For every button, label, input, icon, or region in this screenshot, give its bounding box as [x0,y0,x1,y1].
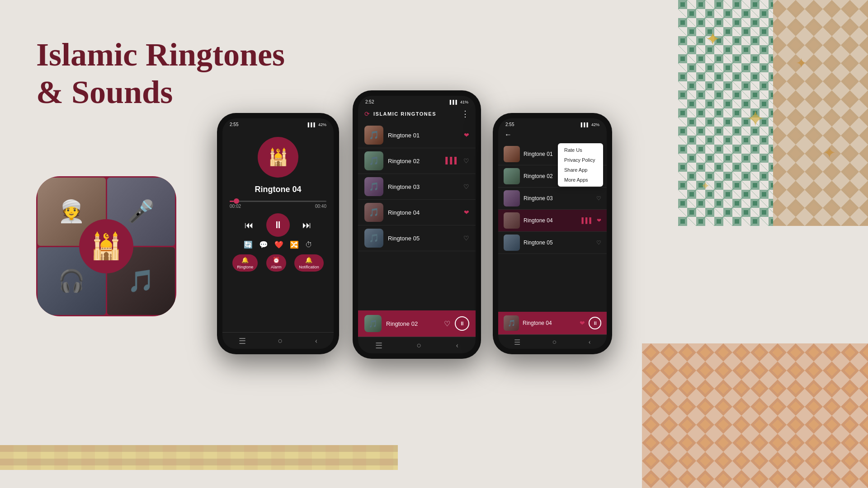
tab-ringtone[interactable]: 🔔 Ringtone [232,254,258,272]
thumb-5: 🎵 [364,229,383,248]
thumb-1: 🎵 [364,126,383,145]
app-icon: 👳 🎤 🎧 🎵 🕌 [36,176,176,316]
list-header: ⟳ ISLAMIC RINGTONES ⋮ [358,105,476,122]
phone2-battery: 41% [460,100,468,104]
menu-privacy-policy[interactable]: Privacy Policy [558,155,603,165]
phone3-nav: ☰ ○ ‹ [498,334,607,349]
nav3-home-icon[interactable]: ○ [552,338,557,347]
heart-2[interactable]: ♡ [463,157,469,165]
p3-name-5: Ringtone 05 [524,239,593,246]
svg-rect-9 [773,0,868,226]
svg-rect-23 [0,445,398,470]
menu-dots-icon[interactable]: ⋮ [461,109,469,119]
heart-button[interactable]: ❤️ [274,240,283,249]
p3-list-item-4[interactable]: Ringtone 04 ▌▌▌ ❤ [498,210,607,232]
nav3-menu-icon[interactable]: ☰ [514,338,520,347]
nav-back-icon[interactable]: ‹ [315,336,317,346]
phone3-signal: ▌▌▌ [581,122,590,127]
ringtone-list: 🎵 Ringtone 01 ❤ 🎵 Ringtone 02 ▌▌▌ ♡ 🎵 Ri… [358,122,476,310]
p3-bars-4: ▌▌▌ [581,217,593,224]
phone3-icons: ▌▌▌ 42% [581,122,599,127]
np-heart[interactable]: ♡ [444,319,450,328]
shuffle-button[interactable]: 🔀 [290,240,299,249]
phone2-time: 2:52 [365,99,374,104]
menu-share-app[interactable]: Share App [558,165,603,175]
nav2-menu-icon[interactable]: ☰ [375,341,382,351]
heart-5[interactable]: ♡ [463,235,469,242]
phone1-screen: 2:55 ▌▌▌ 42% 🕌 Ringtone 04 00:02 00:4 [222,118,334,349]
svg-text:✦: ✦ [823,144,836,162]
app-icon-center: 🕌 [79,219,133,273]
prev-button[interactable]: ⏮ [241,217,257,233]
p3-np-pause[interactable]: ⏸ [589,317,601,329]
menu-more-apps[interactable]: More Apps [558,175,603,185]
notification-label: Notification [299,265,319,269]
player-controls: ⏮ ⏸ ⏭ [241,213,315,237]
menu-rate-us[interactable]: Rate Us [558,145,603,155]
p3-thumb-5 [504,235,520,251]
p3-np-heart[interactable]: ❤ [580,319,585,327]
back-icon[interactable]: ← [505,131,512,139]
now-playing-bar: 🎵 Ringtone 02 ♡ ⏸ [358,310,476,337]
title-block: Islamic Ringtones & Sounds [36,36,285,111]
heart-3[interactable]: ♡ [463,183,469,191]
p3-heart-4[interactable]: ❤ [597,217,601,224]
time-labels: 00:02 00:40 [230,204,326,209]
p3-now-playing: 🎵 Ringtone 04 ❤ ⏸ [498,312,607,334]
thumb-4: 🎵 [364,203,383,222]
progress-bar[interactable] [230,201,326,202]
thumb-2: 🎵 [364,151,383,170]
list-item-5[interactable]: 🎵 Ringtone 05 ♡ [358,225,476,251]
list-item-1[interactable]: 🎵 Ringtone 01 ❤ [358,122,476,148]
heart-4[interactable]: ❤ [464,209,469,216]
phone2-status-bar: 2:52 ▌▌▌ 41% [358,96,476,105]
phone2-nav: ☰ ○ ‹ [358,337,476,353]
geo-pattern-top-right: ✦ ✦ ✦ ✦ ✦ [678,0,868,226]
np-play-btn[interactable]: ⏸ [455,316,469,331]
ringtone-icon: 🔔 [241,257,249,264]
svg-text:✦: ✦ [705,29,721,49]
p3-heart-3[interactable]: ♡ [596,195,601,202]
progress-track [230,201,326,202]
nav2-back-icon[interactable]: ‹ [456,341,458,351]
svg-text:✦: ✦ [746,106,765,131]
p3-list-item-5[interactable]: Ringtone 05 ♡ [498,232,607,254]
list-item-2[interactable]: 🎵 Ringtone 02 ▌▌▌ ♡ [358,148,476,174]
current-time: 00:02 [230,204,241,209]
phone1-time: 2:55 [230,122,238,127]
svg-rect-18 [642,343,868,488]
list-item-3[interactable]: 🎵 Ringtone 03 ♡ [358,174,476,200]
tab-notification[interactable]: 🔔 Notification [294,254,324,272]
nav-menu-icon[interactable]: ☰ [239,336,246,346]
next-button[interactable]: ⏭ [299,217,315,233]
phone1-signal: ▌▌▌ [308,122,316,127]
phone3-battery: 42% [591,122,599,127]
title-line2: & Sounds [36,74,285,111]
progress-thumb[interactable] [234,198,239,204]
geo-pattern-bottom-right [642,343,868,488]
p3-np-name: Ringtone 04 [523,320,576,326]
comment-button[interactable]: 💬 [259,240,268,249]
extra-controls: 🔄 💬 ❤️ 🔀 ⏱ [244,240,312,249]
repeat-button[interactable]: 🔄 [244,240,253,249]
p3-heart-5[interactable]: ♡ [596,239,601,246]
phone2-screen: 2:52 ▌▌▌ 41% ⟳ ISLAMIC RINGTONES ⋮ 🎵 Rin… [358,96,476,353]
ringtone-name-4: Ringtone 04 [388,209,459,216]
bottom-tabs: 🔔 Ringtone ⏰ Alarm 🔔 Notification [230,254,326,272]
heart-1[interactable]: ❤ [464,131,469,139]
nav2-home-icon[interactable]: ○ [417,341,422,351]
progress-fill [230,201,234,202]
phone3-status-bar: 2:55 ▌▌▌ 42% [498,118,607,128]
phone3-frame: 2:55 ▌▌▌ 42% ← Rate Us Privacy Policy Sh… [493,113,612,354]
nav3-back-icon[interactable]: ‹ [588,338,590,347]
tab-alarm[interactable]: ⏰ Alarm [266,254,286,272]
p3-list-item-3[interactable]: Ringtone 03 ♡ [498,188,607,210]
p3-np-thumb: 🎵 [504,315,519,331]
list-item-4[interactable]: 🎵 Ringtone 04 ❤ [358,200,476,225]
player-track-name: Ringtone 04 [255,185,301,194]
nav-home-icon[interactable]: ○ [278,336,283,346]
phone3-time: 2:55 [505,122,514,127]
mosque-icon: 🕌 [90,231,122,261]
timer-button[interactable]: ⏱ [305,241,312,249]
pause-button[interactable]: ⏸ [266,213,290,237]
